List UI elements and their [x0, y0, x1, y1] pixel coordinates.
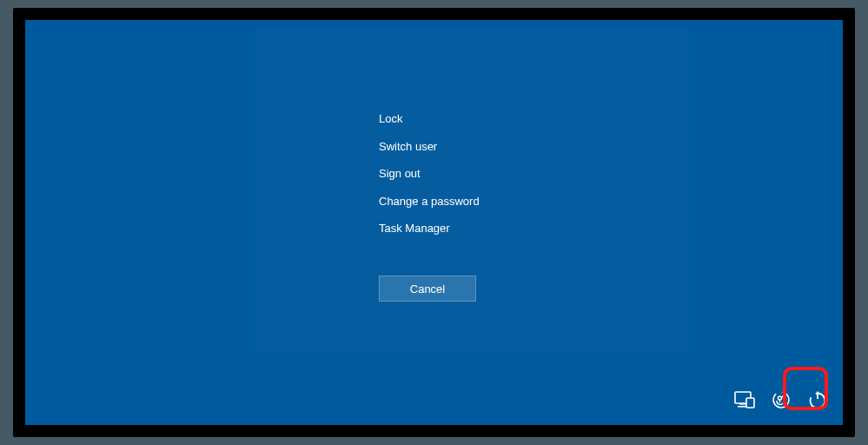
option-lock[interactable]: Lock — [379, 105, 480, 133]
power-button[interactable] — [803, 385, 832, 415]
power-icon — [807, 389, 828, 410]
ease-of-access-button[interactable] — [766, 385, 796, 415]
option-task-manager[interactable]: Task Manager — [379, 215, 480, 242]
network-icon — [734, 391, 755, 408]
security-screen: Lock Switch user Sign out Change a passw… — [25, 20, 843, 425]
option-sign-out[interactable]: Sign out — [379, 160, 480, 188]
ease-of-access-icon — [772, 390, 791, 409]
svg-rect-3 — [746, 398, 754, 408]
network-button[interactable] — [730, 385, 759, 415]
window-frame: Lock Switch user Sign out Change a passw… — [13, 8, 855, 437]
option-change-password[interactable]: Change a password — [379, 188, 480, 216]
security-options-list: Lock Switch user Sign out Change a passw… — [379, 105, 480, 242]
svg-rect-1 — [739, 403, 746, 405]
option-switch-user[interactable]: Switch user — [379, 133, 480, 161]
bottom-toolbar — [730, 385, 832, 415]
security-options-panel: Lock Switch user Sign out Change a passw… — [255, 30, 689, 352]
cancel-button[interactable]: Cancel — [379, 276, 476, 302]
